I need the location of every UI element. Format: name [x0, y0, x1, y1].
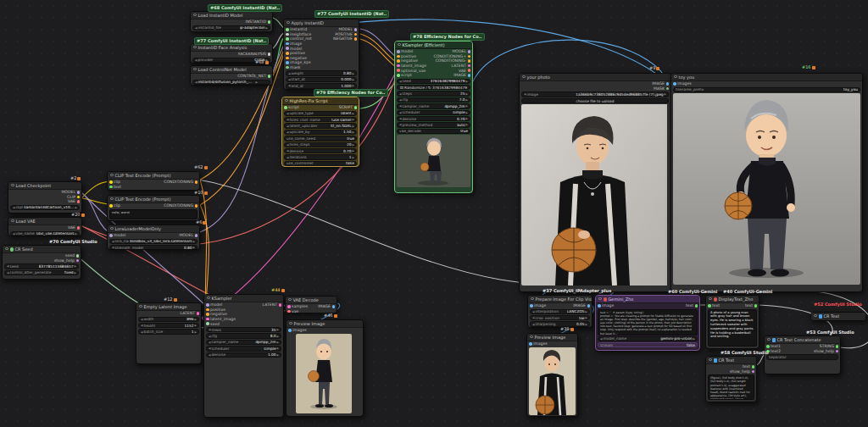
port-icon[interactable] [666, 82, 670, 86]
port-icon[interactable] [468, 59, 471, 63]
widget-hires-steps[interactable]: hires_steps20 [284, 142, 357, 147]
input-model[interactable]: model [109, 233, 125, 237]
port-icon[interactable] [397, 50, 400, 53]
port-icon[interactable] [206, 318, 209, 321]
input-latent-image[interactable]: latent_image [397, 64, 426, 68]
widget-sampler-name[interactable]: sampler_namedpmpp_2m [206, 340, 281, 345]
node-titlebar[interactable]: VAE Decode [286, 297, 337, 304]
port-icon[interactable] [268, 53, 271, 56]
collapse-toggle-icon[interactable] [522, 75, 526, 79]
input-latent-image[interactable]: latent_image [206, 317, 236, 321]
node-apply-instantid[interactable]: Apply InstantID instantid MODEL insightf… [283, 19, 359, 90]
node-load-checkpoint[interactable]: Load Checkpoint MODEL CLIP VAE ckpt_name… [8, 181, 82, 214]
upload-button[interactable]: choose file to upload [521, 98, 669, 103]
output-string[interactable]: STRING [820, 344, 838, 348]
widget-interpolation[interactable]: interpolationLANCZOS [530, 309, 590, 314]
collapse-toggle-icon[interactable] [530, 336, 533, 339]
node-titlebar[interactable]: Load InstantID Model [191, 12, 272, 19]
widget-control-after-generate[interactable]: control_after_generatefixed [4, 270, 79, 275]
node-cr-seed[interactable]: CR Seed seed show_help seed8377851156846… [2, 245, 81, 280]
node-titlebar[interactable]: DisplayText_Zho [706, 296, 759, 303]
widget-scheduler[interactable]: schedulersimple [206, 346, 281, 351]
widget-control-net-name[interactable]: instantid/diffusion_pytorch_model.safete… [192, 80, 270, 85]
node-preview-image-crop[interactable]: Preview Image images [526, 333, 578, 417]
node-titlebar[interactable]: Prepare Image For Clip Vision [528, 296, 592, 303]
input-image-kps[interactable]: image_kps [286, 60, 311, 64]
node-titlebar[interactable]: your photo [520, 74, 670, 81]
randomize-button[interactable]: ⚄ Randomize / ↻ 376163829984479 [397, 85, 470, 90]
widget-stream[interactable]: streamfalse [598, 342, 698, 347]
input-instantid[interactable]: instantid [286, 27, 307, 31]
node-titlebar[interactable]: KSampler (Efficient) [395, 42, 472, 49]
output-model[interactable]: MODEL [61, 190, 80, 194]
widget-scheduler[interactable]: schedulersimple [397, 110, 470, 115]
output-conditioning[interactable]: CONDITIONING [164, 180, 198, 184]
collapse-toggle-icon[interactable] [288, 298, 292, 302]
port-icon[interactable] [109, 204, 113, 208]
port-icon[interactable] [279, 303, 282, 307]
port-icon[interactable] [397, 55, 400, 58]
port-icon[interactable] [332, 305, 336, 308]
node-titlebar[interactable]: Load Checkpoint [8, 182, 81, 190]
port-icon[interactable] [286, 47, 289, 50]
output-instantid[interactable]: INSTANTID [246, 19, 270, 24]
collapse-toggle-icon[interactable] [139, 305, 142, 308]
port-icon[interactable] [286, 28, 289, 31]
widget-upscale-type[interactable]: upscale_typelatent [284, 111, 357, 116]
port-icon[interactable] [286, 37, 289, 41]
output-latent[interactable]: LATENT [263, 302, 281, 307]
input-insightface[interactable]: insightface [286, 32, 311, 36]
node-lora-loader-model-only[interactable]: LoraLoaderModelOnly model MODEL lora_nam… [107, 225, 200, 250]
port-icon[interactable] [468, 74, 471, 77]
output-conditioning-plus[interactable]: CONDITIONING+ [433, 54, 470, 58]
port-icon[interactable] [286, 57, 289, 60]
output-script[interactable]: SCRIPT [339, 105, 357, 109]
port-icon[interactable] [76, 259, 80, 263]
port-icon[interactable] [766, 345, 770, 348]
port-icon[interactable] [468, 69, 471, 72]
port-icon[interactable] [468, 55, 471, 58]
collapse-toggle-icon[interactable] [193, 68, 197, 71]
node-prepare-image-for-clip-vision[interactable]: Prepare Image For Clip Vision image IMAG… [527, 295, 593, 328]
node-titlebar[interactable]: Load VAE [8, 218, 81, 225]
collapse-toggle-icon[interactable] [531, 297, 534, 301]
port-icon[interactable] [530, 304, 533, 308]
widget-denoise[interactable]: denoise0.70 [284, 148, 357, 153]
widget-steps[interactable]: steps35 [206, 327, 281, 332]
collapse-toggle-icon[interactable] [287, 21, 290, 25]
input-negative[interactable]: negative [286, 56, 307, 60]
widget-instantid-file[interactable]: instantid_fileip-adapter.bin [192, 25, 270, 30]
node-vae-decode[interactable]: VAE Decode samples IMAGE vae [285, 296, 337, 313]
node-load-controlnet-model[interactable]: Load ControlNet Model CONTROL_NET instan… [190, 65, 273, 86]
input-model[interactable]: model [397, 49, 413, 53]
port-icon[interactable] [752, 370, 755, 374]
output-model[interactable]: MODEL [452, 49, 470, 53]
node-load-instantid-model[interactable]: Load InstantID Model INSTANTID instantid… [190, 11, 273, 32]
node-highres-fix-script[interactable]: HighRes-Fix Script script SCRIPT upscale… [281, 97, 359, 167]
node-titlebar[interactable]: CR Seed [3, 246, 81, 253]
output-text[interactable]: text [686, 303, 698, 308]
port-icon[interactable] [397, 59, 400, 63]
node-titlebar[interactable]: LoraLoaderModelOnly [108, 225, 199, 233]
node-preview-image-main[interactable]: Preview Image images [286, 319, 364, 417]
input-text1[interactable]: text1 [766, 344, 781, 348]
widget-denoise[interactable]: denoise0.70 [397, 116, 470, 121]
widget-vae-decode[interactable]: vae_decodetrue [397, 129, 470, 134]
port-icon[interactable] [206, 313, 209, 316]
widget-start-at[interactable]: start_at0.000 [286, 77, 357, 82]
output-image[interactable]: IMAGE [573, 303, 590, 308]
output-image[interactable]: IMAGE [318, 304, 335, 308]
port-icon[interactable] [587, 304, 591, 308]
output-negative[interactable]: NEGATIVE [333, 36, 357, 41]
node-load-vae[interactable]: Load VAE VAE vae_namesdxl_vae.safetensor… [8, 217, 82, 236]
widget-iterations[interactable]: iterations1 [284, 154, 357, 159]
port-icon[interactable] [397, 74, 400, 77]
port-icon[interactable] [77, 196, 81, 199]
port-icon[interactable] [206, 303, 209, 307]
input-seed[interactable]: seed [206, 322, 220, 326]
port-icon[interactable] [206, 308, 209, 312]
collapse-toggle-icon[interactable] [814, 314, 817, 318]
collapse-toggle-icon[interactable] [598, 297, 602, 301]
node-titlebar[interactable]: CLIP Text Encode (Prompt) [108, 172, 199, 180]
widget-latent-upscaler[interactable]: latent_upscalerttl_nn.SDXL [284, 123, 357, 128]
